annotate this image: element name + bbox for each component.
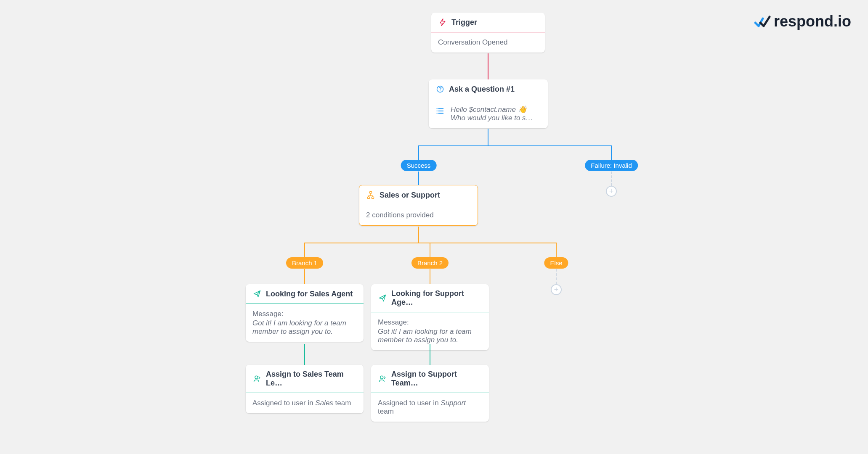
add-step-button[interactable] [551, 284, 562, 295]
user-assign-icon [252, 374, 262, 383]
question-line2: Who would you like to s… [451, 114, 533, 122]
branch-pill-failure[interactable]: Failure: Invalid [585, 160, 638, 171]
msg-text: Got it! I am looking for a team member t… [252, 319, 357, 336]
connector-line [430, 269, 430, 284]
assign2-title: Assign to Support Team… [391, 370, 482, 388]
branch-pill-else[interactable]: Else [544, 257, 568, 269]
branch-pill-success[interactable]: Success [401, 160, 437, 171]
send2-title: Looking for Support Age… [391, 289, 482, 307]
trigger-node[interactable]: Trigger Conversation Opened [431, 13, 545, 53]
condition-title: Sales or Support [380, 191, 440, 200]
assign2-body: Assigned to user in Support team [371, 393, 489, 422]
logo-mark-icon [754, 15, 771, 28]
question-icon [435, 84, 445, 94]
connector-line [418, 227, 419, 243]
connector-line [418, 172, 419, 185]
list-icon [435, 106, 446, 116]
trigger-body: Conversation Opened [431, 32, 545, 53]
assign1-body: Assigned to user in Sales team [246, 393, 364, 413]
connector-line [430, 344, 430, 365]
condition-body: 2 conditions provided [359, 205, 478, 225]
question-line1: Hello $contact.name 👋 [451, 105, 533, 114]
assign-node-2[interactable]: Assign to Support Team… Assigned to user… [371, 365, 489, 422]
send-message-node-1[interactable]: Looking for Sales Agent Message: Got it!… [246, 284, 364, 342]
connector-line [304, 243, 557, 243]
send1-title: Looking for Sales Agent [266, 290, 353, 298]
svg-rect-8 [370, 192, 372, 193]
connector-line [304, 269, 305, 284]
connector-dashed [556, 269, 557, 284]
svg-point-12 [380, 376, 383, 379]
send-message-node-2[interactable]: Looking for Support Age… Message: Got it… [371, 284, 489, 350]
svg-rect-10 [372, 197, 374, 198]
connector-dashed [611, 172, 612, 186]
question-node[interactable]: Ask a Question #1 Hello $contact.name 👋 … [429, 79, 548, 128]
user-assign-icon [378, 374, 387, 383]
svg-rect-9 [368, 197, 370, 198]
connector-line [418, 145, 612, 146]
svg-point-11 [255, 376, 258, 379]
bolt-icon [438, 18, 447, 27]
assign1-title: Assign to Sales Team Le… [266, 370, 357, 388]
connector-line [304, 344, 305, 365]
brand-logo: respond.io [754, 13, 851, 30]
connector-line [488, 129, 488, 145]
question-title: Ask a Question #1 [449, 85, 515, 94]
assign-node-1[interactable]: Assign to Sales Team Le… Assigned to use… [246, 365, 364, 413]
send-icon [378, 293, 387, 303]
branch-pill-2[interactable]: Branch 2 [411, 257, 449, 269]
svg-point-1 [440, 90, 441, 91]
workflow-canvas[interactable]: respond.io Trigger Conversation Opened A… [0, 0, 868, 454]
send-icon [252, 289, 262, 298]
msg-text: Got it! I am looking for a team member t… [378, 327, 482, 344]
brand-name: respond.io [774, 13, 851, 30]
branch-icon [366, 190, 375, 200]
condition-node[interactable]: Sales or Support 2 conditions provided [359, 185, 478, 226]
trigger-title: Trigger [451, 18, 477, 27]
connector-line [488, 53, 488, 79]
msg-label: Message: [252, 310, 357, 318]
branch-pill-1[interactable]: Branch 1 [286, 257, 323, 269]
add-step-button[interactable] [606, 186, 617, 197]
msg-label: Message: [378, 318, 482, 327]
